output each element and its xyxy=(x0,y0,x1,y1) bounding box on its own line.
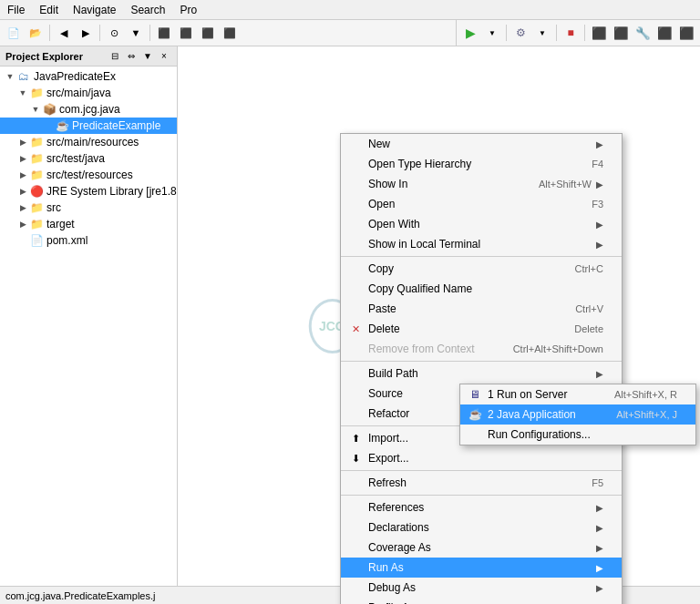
panel-menu-btn[interactable]: ▼ xyxy=(140,49,155,64)
menu-file[interactable]: File xyxy=(0,2,32,18)
submenu-run-on-server[interactable]: 🖥 1 Run on Server Alt+Shift+X, R xyxy=(460,384,695,404)
toggle-src[interactable]: ▶ xyxy=(16,203,29,212)
toggle-target[interactable]: ▶ xyxy=(16,220,29,229)
submenu-run-configurations[interactable]: Run Configurations... xyxy=(460,425,695,445)
toolbar-right: ▶ ▼ ⚙ ▼ ■ ⬛ ⬛ 🔧 ⬛ ⬛ xyxy=(456,20,700,46)
run-button[interactable]: ▶ xyxy=(460,23,480,43)
ctx-show-terminal[interactable]: Show in Local Terminal ▶ xyxy=(341,234,622,254)
ctx-open[interactable]: Open F3 xyxy=(341,194,622,214)
toolbar-back-btn[interactable]: ◀ xyxy=(54,23,74,43)
tree-item-src-main-java[interactable]: ▼ 📁 src/main/java xyxy=(0,85,177,101)
run-as-submenu: 🖥 1 Run on Server Alt+Shift+X, R ☕ 2 Jav… xyxy=(459,384,696,445)
ctx-show-in[interactable]: Show In Alt+Shift+W ▶ xyxy=(341,174,622,194)
ctx-paste-shortcut: Ctrl+V xyxy=(575,303,603,314)
toolbar-open-btn[interactable]: 📂 xyxy=(26,23,46,43)
tree-item-src[interactable]: ▶ 📁 src xyxy=(0,200,177,216)
ctx-run-as[interactable]: Run As ▶ xyxy=(341,558,622,578)
ctx-show-in-arrow: ▶ xyxy=(596,179,603,189)
server-btn[interactable]: ⚙ xyxy=(510,23,530,43)
ctx-build-path-label: Build Path xyxy=(368,367,592,380)
ctx-debug-as[interactable]: Debug As ▶ xyxy=(341,578,622,598)
submenu-java-app-label: 2 Java Application xyxy=(488,408,607,421)
package-icon: 📦 xyxy=(42,102,57,117)
toolbar-btn-4[interactable]: ▼ xyxy=(126,23,146,43)
tree-label-src-test-java: src/test/java xyxy=(46,152,105,165)
toolbar-extra-5[interactable]: ⬛ xyxy=(676,23,696,43)
toolbar-extra-3[interactable]: 🔧 xyxy=(633,23,653,43)
toggle-project[interactable]: ▼ xyxy=(4,72,16,81)
ctx-open-with[interactable]: Open With ▶ xyxy=(341,214,622,234)
toolbar-extra-4[interactable]: ⬛ xyxy=(654,23,674,43)
submenu-java-app-shortcut: Alt+Shift+X, J xyxy=(616,409,677,420)
toolbar-new-btn[interactable]: 📄 xyxy=(4,23,24,43)
toolbar-extra-2[interactable]: ⬛ xyxy=(611,23,631,43)
import-icon: ⬆ xyxy=(348,431,363,445)
main-layout: Project Explorer ⊟ ⇔ ▼ × ▼ 🗂 JavaPredica… xyxy=(0,46,700,604)
ctx-references-arrow: ▶ xyxy=(596,503,603,513)
ctx-open-type-hierarchy[interactable]: Open Type Hierarchy F4 xyxy=(341,154,622,174)
submenu-java-app[interactable]: ☕ 2 Java Application Alt+Shift+X, J xyxy=(460,404,695,425)
toolbar-sep-4 xyxy=(506,25,507,41)
ctx-profile-as[interactable]: Profile As ▶ xyxy=(341,598,622,604)
panel-header-icons: ⊟ ⇔ ▼ × xyxy=(108,49,171,64)
server-dropdown-btn[interactable]: ▼ xyxy=(532,23,552,43)
tree-item-predicate-example[interactable]: ☕ PredicateExample xyxy=(0,118,177,134)
tree-item-src-test-java[interactable]: ▶ 📁 src/test/java xyxy=(0,150,177,167)
ctx-remove-context: Remove from Context Ctrl+Alt+Shift+Down xyxy=(341,339,622,359)
tree-item-package[interactable]: ▼ 📦 com.jcg.java xyxy=(0,101,177,118)
panel-close-btn[interactable]: × xyxy=(157,49,171,64)
toolbar-forward-btn[interactable]: ▶ xyxy=(76,23,96,43)
ctx-references[interactable]: References ▶ xyxy=(341,497,622,517)
menu-pro[interactable]: Pro xyxy=(172,2,204,18)
server-dropdown-arrow: ▼ xyxy=(539,29,546,37)
lib-icon: 🔴 xyxy=(29,184,44,199)
tree-item-src-main-resources[interactable]: ▶ 📁 src/main/resources xyxy=(0,134,177,150)
toolbar-btn-7[interactable]: ⬛ xyxy=(198,23,218,43)
toggle-jre[interactable]: ▶ xyxy=(16,187,29,196)
ctx-copy-label: Copy xyxy=(368,262,557,275)
ctx-show-terminal-arrow: ▶ xyxy=(596,240,603,250)
ctx-run-as-label: Run As xyxy=(368,561,592,574)
ctx-copy-qualified[interactable]: Copy Qualified Name xyxy=(341,279,622,299)
menu-navigate[interactable]: Navigate xyxy=(66,2,123,18)
panel-title: Project Explorer xyxy=(5,51,108,62)
toolbar-btn-5[interactable]: ⬛ xyxy=(154,23,174,43)
ctx-open-shortcut: F3 xyxy=(592,199,603,210)
toolbar-btn-6[interactable]: ⬛ xyxy=(176,23,196,43)
tree-item-jre[interactable]: ▶ 🔴 JRE System Library [jre1.8 xyxy=(0,183,177,200)
folder-icon-1: 📁 xyxy=(29,86,44,100)
tree-item-src-test-res[interactable]: ▶ 📁 src/test/resources xyxy=(0,167,177,183)
ctx-declarations-arrow: ▶ xyxy=(596,523,603,533)
toolbar-btn-8[interactable]: ⬛ xyxy=(220,23,240,43)
tree-item-target[interactable]: ▶ 📁 target xyxy=(0,216,177,232)
ctx-coverage-as[interactable]: Coverage As ▶ xyxy=(341,537,622,558)
toggle-src-test-java[interactable]: ▶ xyxy=(16,154,29,163)
ctx-new[interactable]: New ▶ xyxy=(341,134,622,154)
ctx-declarations[interactable]: Declarations ▶ xyxy=(341,517,622,537)
toggle-src-main-res[interactable]: ▶ xyxy=(16,138,29,147)
ctx-delete[interactable]: ✕ Delete Delete xyxy=(341,319,622,339)
toggle-package[interactable]: ▼ xyxy=(29,105,42,114)
menu-search[interactable]: Search xyxy=(123,2,172,18)
menu-edit[interactable]: Edit xyxy=(32,2,66,18)
toggle-src-test-res[interactable]: ▶ xyxy=(16,170,29,179)
ctx-paste[interactable]: Paste Ctrl+V xyxy=(341,299,622,319)
toggle-src-main-java[interactable]: ▼ xyxy=(16,88,29,97)
stop-btn[interactable]: ■ xyxy=(561,23,581,43)
ctx-export[interactable]: ⬇ Export... xyxy=(341,448,622,468)
run-dropdown-btn[interactable]: ▼ xyxy=(482,23,502,43)
tree-label-src-main-res: src/main/resources xyxy=(46,136,139,148)
ctx-copy[interactable]: Copy Ctrl+C xyxy=(341,259,622,279)
toolbar-btn-3[interactable]: ⊙ xyxy=(104,23,124,43)
tree-item-pom[interactable]: 📄 pom.xml xyxy=(0,232,177,249)
ctx-refresh[interactable]: Refresh F5 xyxy=(341,473,622,493)
tree-item-project[interactable]: ▼ 🗂 JavaPredicateEx xyxy=(0,68,177,85)
tree-label-predicate: PredicateExample xyxy=(72,119,160,132)
ctx-export-label: Export... xyxy=(368,452,603,465)
toolbar-extra-1[interactable]: ⬛ xyxy=(589,23,609,43)
ctx-build-path[interactable]: Build Path ▶ xyxy=(341,363,622,384)
ctx-show-terminal-label: Show in Local Terminal xyxy=(368,238,592,251)
link-with-editor-btn[interactable]: ⇔ xyxy=(124,49,139,64)
collapse-all-btn[interactable]: ⊟ xyxy=(108,49,122,64)
ctx-open-type-shortcut: F4 xyxy=(592,159,603,169)
